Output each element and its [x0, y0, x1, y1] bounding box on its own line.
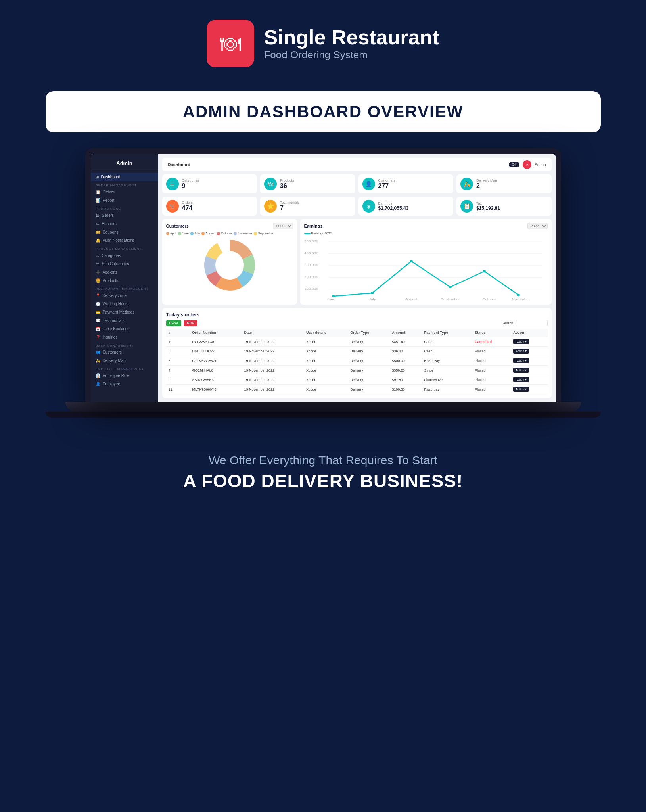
svg-text:100,000: 100,000	[304, 287, 318, 291]
search-input[interactable]	[516, 320, 548, 326]
sidebar-label-categories: Categories	[102, 253, 121, 258]
customers-year-select[interactable]: 2022	[273, 223, 293, 229]
sidebar-label-push: Push Notifications	[103, 238, 134, 243]
row-num: 11	[166, 385, 182, 394]
status-badge: Placed	[475, 368, 486, 372]
sidebar-item-payment-methods[interactable]: 💳 Payment Methods	[91, 308, 158, 316]
sidebar-item-addons[interactable]: ➕ Add-ons	[91, 268, 158, 276]
row-num: 3	[166, 347, 182, 356]
inquiries-icon: ❓	[96, 335, 100, 339]
row-amount: $91.80	[389, 375, 422, 385]
sidebar-item-coupons[interactable]: 🎫 Coupons	[91, 228, 158, 236]
sidebar-item-orders[interactable]: 📋 Orders	[91, 188, 158, 196]
logo-icon: 🍽	[220, 32, 241, 56]
customers-chart-title-row: Customers 2022	[166, 223, 293, 229]
notif-icon: 🔔	[96, 238, 100, 243]
categories-stat-icon: ☰	[166, 178, 179, 190]
earnings-value: $1,702,055.43	[378, 205, 450, 211]
stat-card-customers: 👤 Customers 277	[358, 174, 454, 193]
laptop-bottom	[46, 412, 601, 418]
toggle-button[interactable]: Ok	[509, 162, 520, 167]
action-button[interactable]: Action ▾	[513, 368, 529, 373]
earnings-year-select[interactable]: 2022	[527, 223, 548, 229]
donut-chart-wrapper	[166, 237, 293, 293]
donut-chart-svg	[202, 237, 257, 293]
top-bar: Dashboard Ok A Admin	[162, 158, 552, 171]
orders-stat-info: Orders 474	[182, 201, 253, 212]
sidebar-section-promotions: PROMOTIONS	[91, 205, 158, 211]
row-type: Delivery	[348, 337, 389, 347]
customers-stat-icon: 👤	[362, 178, 375, 190]
row-user: Xcode	[304, 366, 348, 375]
topbar-title: Dashboard	[168, 162, 190, 167]
sidebar-item-customers[interactable]: 👥 Customers	[91, 348, 158, 356]
header: 🍽 Single Restaurant Food Ordering System	[207, 0, 439, 83]
earnings-label: Earnings	[378, 201, 450, 205]
avatar: A	[523, 160, 531, 169]
stats-row-1: ☰ Categories 9 🍽 Products 36	[162, 174, 552, 193]
app-subtitle: Food Ordering System	[264, 49, 439, 61]
row-payment: RazorPay	[422, 356, 472, 366]
row-payment: Flutterwave	[422, 375, 472, 385]
sliders-icon: 🖼	[96, 213, 100, 218]
row-order-number: H6TD3LUL5V	[190, 347, 242, 356]
row-status: Cancelled	[472, 337, 510, 347]
row-flag	[181, 356, 190, 366]
delivery-stat-info: Delivery Man 2	[476, 178, 548, 190]
sidebar-item-report[interactable]: 📊 Report	[91, 196, 158, 205]
sidebar-item-working-hours[interactable]: 🕐 Working Hours	[91, 300, 158, 308]
sidebar-item-categories[interactable]: 🗂 Categories	[91, 251, 158, 260]
coupons-icon: 🎫	[96, 230, 100, 234]
excel-button[interactable]: Excel	[166, 320, 181, 326]
customers-stat-info: Customers 277	[378, 178, 450, 190]
svg-text:October: October	[482, 297, 496, 301]
sidebar-label-dashboard: Dashboard	[101, 175, 121, 179]
svg-text:300,000: 300,000	[304, 263, 318, 267]
earnings-chart-title-row: Earnings 2022	[304, 223, 548, 229]
stat-card-categories: ☰ Categories 9	[162, 174, 257, 193]
sidebar-item-dashboard[interactable]: ⊞ Dashboard	[91, 173, 158, 181]
sidebar-item-push-notif[interactable]: 🔔 Push Notifications	[91, 236, 158, 245]
table-row: 3 H6TD3LUL5V 19 November 2022 Xcode Deli…	[166, 347, 548, 356]
row-type: Delivery	[348, 375, 389, 385]
col-date: Date	[242, 329, 304, 337]
sidebar-item-delivery-man[interactable]: 🛵 Delivery Man	[91, 356, 158, 365]
sidebar-item-employee[interactable]: 👤 Employee	[91, 380, 158, 388]
banners-icon: 🏷	[96, 222, 100, 226]
sidebar-item-subcategories[interactable]: 🗃 Sub Categories	[91, 260, 158, 268]
action-button[interactable]: Action ▾	[513, 377, 529, 382]
orders-icon: 📋	[96, 190, 100, 194]
svg-text:August: August	[405, 297, 417, 301]
logo-box: 🍽	[207, 20, 254, 67]
banner-title: ADMIN DASHBOARD OVERVIEW	[77, 102, 569, 121]
sidebar-item-employee-role[interactable]: 👔 Employee Role	[91, 372, 158, 380]
earnings-chart-title: Earnings	[304, 224, 323, 228]
row-user: Xcode	[304, 337, 348, 347]
orders-label: Orders	[182, 201, 253, 205]
sidebar-section-order-mgmt: ORDER MANAGEMENT	[91, 181, 158, 188]
sidebar-item-sliders[interactable]: 🖼 Sliders	[91, 211, 158, 220]
sidebar-item-banners[interactable]: 🏷 Banners	[91, 220, 158, 228]
sidebar-item-testimonials[interactable]: 💬 Testimonials	[91, 316, 158, 325]
sidebar-item-products[interactable]: 🍔 Products	[91, 276, 158, 285]
action-button[interactable]: Action ▾	[513, 387, 529, 392]
report-icon: 📊	[96, 198, 100, 203]
orders-value: 474	[182, 205, 253, 212]
action-button[interactable]: Action ▾	[513, 349, 529, 354]
row-status: Placed	[472, 356, 510, 366]
legend-october: October	[217, 232, 232, 235]
action-button[interactable]: Action ▾	[513, 358, 529, 363]
categories-stat-info: Categories 9	[182, 178, 253, 190]
testimonials-stat-icon: ⭐	[264, 200, 277, 213]
sidebar-item-table-bookings[interactable]: 📅 Table Bookings	[91, 325, 158, 333]
col-payment-type: Payment Type	[422, 329, 472, 337]
row-action: Action ▾	[511, 337, 548, 347]
pdf-button[interactable]: PDF	[184, 320, 197, 326]
stat-card-products: 🍽 Products 36	[260, 174, 355, 193]
action-button[interactable]: Action ▾	[513, 339, 529, 344]
delivery-man-value: 2	[476, 182, 548, 190]
sidebar-item-delivery-zone[interactable]: 📍 Delivery zone	[91, 291, 158, 300]
sidebar-item-inquiries[interactable]: ❓ Inquiries	[91, 333, 158, 341]
col-num: #	[166, 329, 182, 337]
table-row: 9 SSIKYV55N3 19 November 2022 Xcode Deli…	[166, 375, 548, 385]
